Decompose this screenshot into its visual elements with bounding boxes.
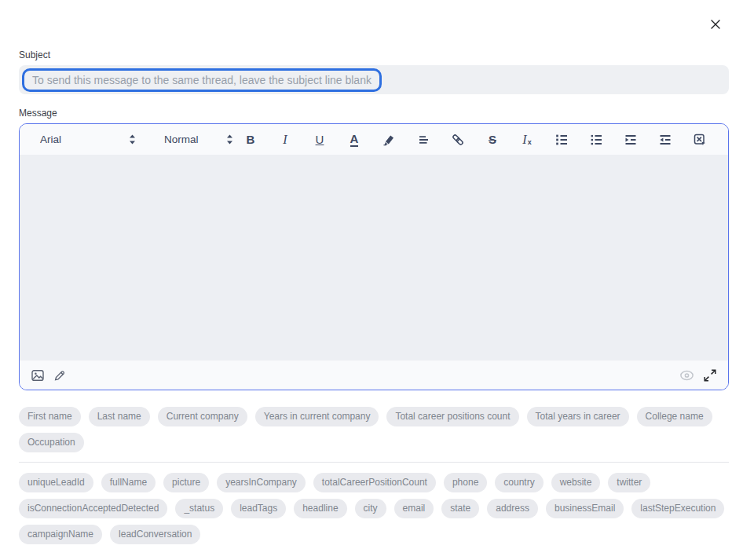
subject-label: Subject — [19, 49, 50, 60]
bold-icon: B — [247, 134, 255, 145]
bullet-list-button[interactable] — [579, 128, 613, 152]
paragraph-style-select[interactable]: Normal — [164, 134, 233, 145]
updown-arrows-icon — [129, 134, 136, 145]
font-family-value: Arial — [40, 134, 61, 145]
placeholder-chip[interactable]: First name — [19, 407, 81, 426]
editor-toolbar: Arial Normal B I U A — [20, 124, 728, 155]
remove-image-button[interactable] — [683, 128, 717, 152]
placeholder-chip[interactable]: isConnectionAcceptedDetected — [19, 499, 167, 518]
placeholder-chip[interactable]: Years in current company — [255, 407, 379, 426]
close-icon[interactable] — [708, 17, 723, 31]
placeholder-chip[interactable]: totalCareerPositionCount — [313, 473, 436, 492]
subject-placeholder: To send this message to the same thread,… — [32, 74, 372, 86]
placeholder-chip[interactable]: leadTags — [231, 499, 286, 518]
indent-button[interactable] — [613, 128, 648, 152]
placeholder-chip[interactable]: Total career positions count — [386, 407, 518, 426]
placeholder-chip[interactable]: headline — [294, 499, 346, 518]
placeholder-chip[interactable]: picture — [163, 473, 209, 492]
fullscreen-button[interactable] — [703, 368, 717, 382]
placeholder-chip[interactable]: Occupation — [19, 433, 84, 452]
technical-placeholder-chips: uniqueLeadIdfullNamepictureyearsInCompan… — [19, 473, 729, 544]
chip-groups-divider — [19, 462, 729, 463]
placeholder-chip[interactable]: Total years in career — [527, 407, 629, 426]
message-body-input[interactable] — [20, 155, 728, 361]
placeholder-chip[interactable]: twitter — [608, 473, 650, 492]
preview-button[interactable] — [679, 368, 694, 382]
italic-button[interactable]: I — [268, 128, 302, 152]
expand-icon — [704, 369, 716, 382]
ordered-list-button[interactable] — [544, 128, 579, 152]
italic-icon: I — [283, 134, 287, 146]
link-button[interactable] — [441, 128, 475, 152]
indent-icon — [624, 133, 638, 147]
subject-input[interactable]: To send this message to the same thread,… — [19, 65, 729, 94]
bold-button[interactable]: B — [233, 128, 268, 152]
editor-bottom-bar — [20, 361, 728, 390]
placeholder-chip[interactable]: website — [551, 473, 601, 492]
compose-message-dialog: Subject To send this message to the same… — [0, 0, 743, 560]
message-label: Message — [19, 108, 57, 119]
strikethrough-icon: S — [489, 134, 496, 145]
text-color-button[interactable]: A — [337, 128, 372, 152]
underline-icon: U — [316, 134, 324, 145]
placeholder-chip[interactable]: businessEmail — [546, 499, 624, 518]
ordered-list-icon — [555, 133, 569, 147]
placeholder-chip[interactable]: fullName — [101, 473, 156, 492]
text-color-icon: A — [350, 133, 359, 147]
bullet-list-icon — [589, 133, 603, 147]
eye-icon — [679, 370, 694, 381]
placeholder-chip[interactable]: country — [495, 473, 543, 492]
outdent-button[interactable] — [648, 128, 683, 152]
placeholder-chip[interactable]: campaignName — [19, 525, 102, 544]
updown-arrows-icon — [226, 134, 233, 145]
underline-button[interactable]: U — [302, 128, 337, 152]
align-icon — [416, 133, 430, 147]
clear-formatting-button[interactable]: I x — [510, 128, 544, 152]
paragraph-style-value: Normal — [164, 134, 199, 145]
placeholder-chip[interactable]: uniqueLeadId — [19, 473, 93, 492]
font-family-select[interactable]: Arial — [40, 134, 136, 145]
clear-formatting-icon: I x — [522, 134, 531, 146]
message-editor: Arial Normal B I U A — [19, 123, 729, 390]
placeholder-chip[interactable]: College name — [637, 407, 712, 426]
placeholder-chip[interactable]: Current company — [158, 407, 247, 426]
highlight-button[interactable] — [372, 128, 406, 152]
placeholder-chip[interactable]: Last name — [89, 407, 150, 426]
placeholder-chip[interactable]: email — [394, 499, 434, 518]
link-icon — [451, 133, 465, 147]
outdent-icon — [658, 133, 672, 147]
image-icon — [31, 368, 45, 382]
highlighter-icon — [382, 133, 396, 147]
friendly-placeholder-chips: First nameLast nameCurrent companyYears … — [19, 407, 729, 452]
placeholder-chip[interactable]: phone — [444, 473, 487, 492]
edit-signature-button[interactable] — [53, 368, 67, 382]
strikethrough-button[interactable]: S — [475, 128, 510, 152]
placeholder-chip[interactable]: lastStepExecution — [631, 499, 724, 518]
placeholder-chip[interactable]: city — [355, 499, 386, 518]
placeholder-chip[interactable]: address — [487, 499, 538, 518]
placeholder-chip[interactable]: state — [441, 499, 479, 518]
align-button[interactable] — [406, 128, 441, 152]
placeholder-chip[interactable]: leadConversation — [110, 525, 200, 544]
subject-focus-ring: To send this message to the same thread,… — [22, 68, 382, 92]
insert-image-button[interactable] — [31, 368, 45, 382]
pencil-icon — [53, 368, 67, 382]
placeholder-chip[interactable]: _status — [175, 499, 223, 518]
remove-image-icon — [693, 133, 707, 147]
placeholder-chip[interactable]: yearsInCompany — [217, 473, 306, 492]
